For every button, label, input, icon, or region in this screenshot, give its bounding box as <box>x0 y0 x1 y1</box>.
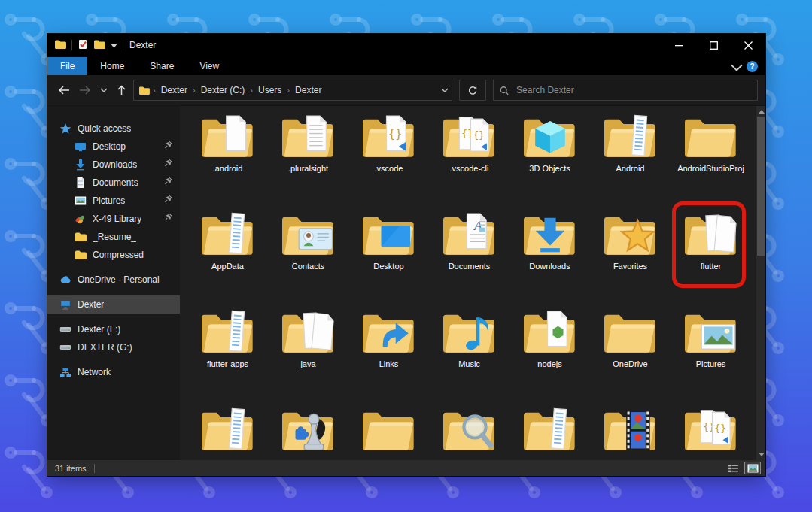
large-icons-view-button[interactable] <box>744 462 761 474</box>
file-item-java[interactable]: java <box>268 306 348 404</box>
search-box[interactable] <box>493 80 758 101</box>
folder-icon <box>598 306 663 359</box>
help-icon[interactable]: ? <box>747 61 758 72</box>
folder-icon <box>357 404 421 456</box>
forward-button[interactable] <box>79 86 91 95</box>
file-item-desktop[interactable]: Desktop <box>348 208 429 306</box>
file-item-android[interactable]: .android <box>187 111 268 208</box>
file-item-appdata[interactable]: AppData <box>187 208 268 306</box>
file-item-partial[interactable] <box>187 404 268 460</box>
recent-locations-icon[interactable] <box>100 88 108 93</box>
sidebar-item-dexter-g[interactable]: DEXTER (G:) <box>47 338 180 356</box>
address-toolbar: › Dexter › Dexter (C:) › Users › Dexter <box>47 75 765 106</box>
sidebar-item-compressed[interactable]: Compressed <box>47 246 180 264</box>
scrollbar-thumb[interactable] <box>757 117 765 256</box>
sidebar-item-documents[interactable]: Documents <box>47 174 180 192</box>
address-dropdown-icon[interactable] <box>441 88 449 93</box>
qat-customize-button[interactable] <box>111 40 117 50</box>
status-bar: 31 items <box>47 460 765 476</box>
sidebar-item-network[interactable]: Network <box>47 363 180 381</box>
tab-share[interactable]: Share <box>137 57 187 75</box>
close-button[interactable] <box>731 34 765 56</box>
folder-icon <box>437 306 502 359</box>
ribbon-collapse-icon[interactable] <box>731 59 743 71</box>
tab-view[interactable]: View <box>187 57 232 75</box>
file-item-label: Links <box>353 359 425 369</box>
sidebar-item-label: OneDrive - Personal <box>78 274 160 285</box>
path-segment[interactable]: Dexter <box>159 85 190 95</box>
sidebar-item-label: DEXTER (G:) <box>78 342 132 353</box>
file-item-partial[interactable] <box>590 404 671 460</box>
up-button[interactable] <box>117 85 126 95</box>
folder-icon <box>196 404 260 456</box>
file-item-vscode-cli[interactable]: {}{}.vscode-cli <box>429 111 509 208</box>
path-segment[interactable]: Dexter <box>293 85 324 95</box>
sidebar-item-desktop[interactable]: Desktop <box>47 138 180 156</box>
window-controls <box>661 34 765 56</box>
scroll-up-icon[interactable] <box>759 110 765 114</box>
vertical-scrollbar[interactable] <box>756 106 765 460</box>
path-segment[interactable]: Dexter (C:) <box>199 85 248 95</box>
file-item-links[interactable]: Links <box>348 306 429 404</box>
path-separator: › <box>153 86 156 95</box>
file-item-android[interactable]: Android <box>590 111 671 208</box>
file-explorer-window: Dexter File Home Share View <box>47 34 765 476</box>
maximize-button[interactable] <box>696 34 731 56</box>
file-item-partial[interactable] <box>268 404 348 460</box>
back-button[interactable] <box>58 86 70 95</box>
sidebar-item-downloads[interactable]: Downloads <box>47 156 180 174</box>
details-view-button[interactable] <box>725 462 741 474</box>
folder-icon <box>437 404 502 456</box>
tab-file[interactable]: File <box>47 57 87 75</box>
sidebar-item-dexter-f[interactable]: Dexter (F:) <box>47 320 180 338</box>
file-item-flutter[interactable]: flutter <box>671 208 751 306</box>
file-item-music[interactable]: Music <box>429 306 509 404</box>
folder-icon <box>357 208 421 261</box>
file-item-3d-objects[interactable]: 3D Objects <box>509 111 590 208</box>
sidebar-item-dexter[interactable]: Dexter <box>47 295 180 314</box>
file-item-documents[interactable]: ADocuments <box>429 208 509 306</box>
minimize-button[interactable] <box>661 34 696 56</box>
file-item-flutter-apps[interactable]: flutter-apps <box>187 306 268 404</box>
file-item-vscode[interactable]: {}.vscode <box>348 111 429 208</box>
sidebar-item-label: Desktop <box>93 141 126 152</box>
sidebar-item-x-49-library[interactable]: X-49 Library <box>47 210 180 228</box>
file-item-label: Music <box>433 359 506 369</box>
refresh-button[interactable] <box>459 80 486 101</box>
path-segment[interactable]: Users <box>256 85 284 95</box>
scroll-down-icon[interactable] <box>759 453 765 456</box>
search-input[interactable] <box>515 84 751 96</box>
folder-icon <box>75 249 87 261</box>
file-item-androidstudioproj[interactable]: AndroidStudioProj <box>671 111 751 208</box>
sidebar-item-resume[interactable]: _Resume_ <box>47 228 180 246</box>
path-separator: › <box>250 86 253 95</box>
address-bar[interactable]: › Dexter › Dexter (C:) › Users › Dexter <box>133 80 452 101</box>
folder-icon <box>518 306 582 359</box>
file-item-label: Documents <box>433 262 506 271</box>
new-folder-button[interactable] <box>93 39 105 52</box>
properties-button[interactable] <box>78 39 88 52</box>
pin-icon <box>164 177 174 189</box>
file-item-favorites[interactable]: Favorites <box>590 208 671 306</box>
desktop-icon <box>75 141 87 153</box>
sidebar-item-onedrive-personal[interactable]: OneDrive - Personal <box>47 271 180 289</box>
file-item-onedrive[interactable]: OneDrive <box>590 306 671 404</box>
svg-text:?: ? <box>750 62 754 71</box>
file-item-contacts[interactable]: Contacts <box>268 208 348 306</box>
file-grid: .android.pluralsight{}.vscode{}{}.vscode… <box>187 111 751 460</box>
sidebar-item-label: Quick access <box>78 123 131 134</box>
file-item-pictures[interactable]: Pictures <box>671 306 751 404</box>
file-item-pluralsight[interactable]: .pluralsight <box>268 111 348 208</box>
file-item-partial[interactable] <box>429 404 509 460</box>
file-item-nodejs[interactable]: nodejs <box>509 306 590 404</box>
file-item-downloads[interactable]: Downloads <box>509 208 590 306</box>
folder-icon <box>679 306 744 359</box>
file-item-partial[interactable] <box>348 404 429 460</box>
tab-home[interactable]: Home <box>87 57 137 75</box>
file-item-partial[interactable] <box>509 404 590 460</box>
folder-icon <box>196 306 260 359</box>
sidebar-item-pictures[interactable]: Pictures <box>47 192 180 210</box>
file-item-partial[interactable]: {}{} <box>671 404 751 460</box>
sidebar-item-quick-access[interactable]: Quick access <box>47 120 180 138</box>
file-item-label: .android <box>192 164 264 174</box>
